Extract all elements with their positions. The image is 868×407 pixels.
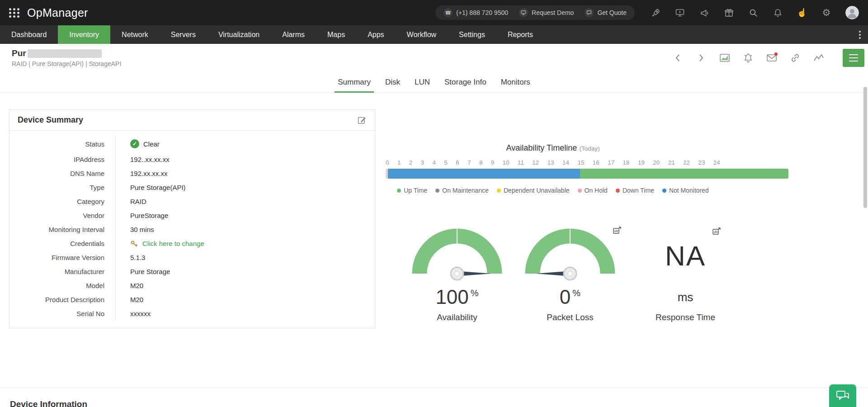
credentials-change-link[interactable]: Click here to change: [142, 240, 204, 247]
response-time-unit: ms: [678, 290, 693, 304]
notifications-bell-icon[interactable]: [772, 7, 783, 18]
app-title[interactable]: OpManager: [27, 6, 88, 19]
nav-item-virtualization[interactable]: Virtualization: [207, 25, 271, 44]
edit-icon[interactable]: [357, 115, 367, 125]
chevron-left-icon[interactable]: [672, 52, 684, 64]
feedback-hand-icon[interactable]: ☝: [797, 7, 807, 18]
summary-label: Credentials: [9, 237, 116, 251]
nav-item-workflow[interactable]: Workflow: [396, 25, 448, 44]
nav-item-maps[interactable]: Maps: [316, 25, 356, 44]
timeline-tick: 4: [432, 159, 436, 166]
summary-value: xxxxxx: [116, 307, 151, 321]
summary-value: PureStorage: [116, 208, 168, 222]
gauges-row: 100 % Availability: [412, 228, 868, 322]
request-demo-button[interactable]: Request Demo: [519, 8, 574, 17]
nav-item-network[interactable]: Network: [110, 25, 160, 44]
timeline-tick: 20: [653, 159, 660, 166]
export-icon[interactable]: [712, 227, 721, 237]
scrollbar-thumb[interactable]: [863, 87, 867, 208]
timeline-tick: 19: [638, 159, 645, 166]
timeline-ticks: 0123456789101112131415161718192021222324: [386, 159, 720, 166]
summary-row-dns-name: DNS Name192.xx.xx.xx: [9, 166, 375, 180]
timeline-tick: 0: [386, 159, 389, 166]
nav-overflow-menu-icon[interactable]: [852, 25, 868, 44]
summary-label: Serial No: [9, 307, 116, 321]
timeline-tick: 24: [713, 159, 720, 166]
contact-pill: ☎ (+1) 888 720 9500 Request Demo Get Quo…: [435, 5, 635, 20]
device-name-redacted: [28, 49, 102, 58]
tab-storage-info[interactable]: Storage Info: [437, 72, 494, 92]
summary-value: ✓Clear: [116, 135, 160, 152]
nav-item-dashboard[interactable]: Dashboard: [0, 25, 58, 44]
sparkline-icon[interactable]: [813, 52, 825, 64]
timeline-tick: 7: [467, 159, 471, 166]
mail-icon[interactable]: [766, 52, 778, 64]
alarm-icon[interactable]: [742, 52, 754, 64]
announcement-icon[interactable]: [699, 7, 710, 18]
availability-label: Availability: [437, 312, 477, 322]
tab-summary[interactable]: Summary: [330, 72, 378, 92]
timeline-bar: [386, 169, 788, 179]
nav-item-alarms[interactable]: Alarms: [271, 25, 316, 44]
timeline-tick: 14: [562, 159, 569, 166]
device-summary-rows: Status✓ClearIPAddress192..xx.xx.xxDNS Na…: [9, 131, 375, 328]
timeline-tick: 21: [668, 159, 675, 166]
link-icon[interactable]: [789, 52, 801, 64]
device-information-title: Device Information: [10, 399, 868, 407]
summary-value: RAID: [116, 194, 146, 208]
summary-label: Vendor: [9, 208, 116, 222]
legend-on-hold: On Hold: [578, 187, 608, 194]
whats-new-icon[interactable]: [723, 7, 734, 18]
timeline-tick: 16: [593, 159, 599, 166]
chat-button[interactable]: [829, 384, 856, 407]
search-icon[interactable]: [748, 7, 759, 18]
tab-monitors[interactable]: Monitors: [494, 72, 538, 92]
nav-item-reports[interactable]: Reports: [496, 25, 544, 44]
summary-label: Firmware Version: [9, 251, 116, 265]
tab-lun[interactable]: LUN: [407, 72, 437, 92]
timeline-tick: 18: [623, 159, 630, 166]
summary-row-ipaddress: IPAddress192..xx.xx.xx: [9, 152, 375, 166]
response-time-widget: NA ms Response Time: [638, 228, 733, 322]
user-avatar[interactable]: [845, 6, 859, 19]
nav-item-servers[interactable]: Servers: [160, 25, 207, 44]
apps-grid-icon[interactable]: [9, 8, 20, 18]
summary-row-model: ModelM20: [9, 279, 375, 293]
packet-loss-unit: %: [572, 288, 580, 298]
summary-row-monitoring-interval: Monitoring Interval30 mins: [9, 222, 375, 237]
timeline-tick: 1: [397, 159, 401, 166]
menu-button[interactable]: [843, 49, 864, 67]
summary-label: DNS Name: [9, 166, 116, 180]
export-icon[interactable]: [613, 227, 622, 236]
settings-gear-icon[interactable]: ⚙: [821, 7, 832, 18]
summary-value: 30 mins: [116, 222, 154, 237]
mail-alert-dot: [774, 52, 778, 56]
timeline-tick: 10: [503, 159, 509, 166]
summary-label: Status: [9, 135, 116, 152]
packet-loss-label: Packet Loss: [547, 312, 594, 322]
phone-contact[interactable]: ☎ (+1) 888 720 9500: [443, 8, 508, 17]
rocket-icon[interactable]: [650, 7, 661, 18]
nav-item-settings[interactable]: Settings: [448, 25, 496, 44]
nav-item-inventory[interactable]: Inventory: [58, 25, 110, 44]
legend-up-time: Up Time: [397, 187, 427, 194]
timeline-tick: 2: [409, 159, 413, 166]
timeline-tick: 15: [577, 159, 584, 166]
summary-row-status: Status✓Clear: [9, 135, 375, 152]
key-icon: [130, 240, 138, 248]
summary-value: M20: [116, 293, 143, 307]
availability-gauge-dial: [412, 228, 502, 283]
nav-item-apps[interactable]: Apps: [356, 25, 395, 44]
tab-disk[interactable]: Disk: [378, 72, 407, 92]
right-panel: Availability Timeline (Today) 0123456789…: [386, 93, 868, 322]
legend-dot: [497, 189, 501, 193]
performance-graphs-icon[interactable]: [719, 52, 731, 64]
timeline-legend: Up TimeOn MaintenanceDependent Unavailab…: [386, 187, 720, 194]
summary-label: Monitoring Interval: [9, 222, 116, 237]
presentation-icon[interactable]: [675, 7, 685, 18]
chevron-right-icon[interactable]: [695, 52, 707, 64]
summary-value: 5.1.3: [116, 251, 145, 265]
timeline-subtitle: (Today): [579, 145, 599, 152]
summary-row-type: TypePure Storage(API): [9, 180, 375, 194]
get-quote-button[interactable]: Get Quote: [585, 8, 627, 17]
